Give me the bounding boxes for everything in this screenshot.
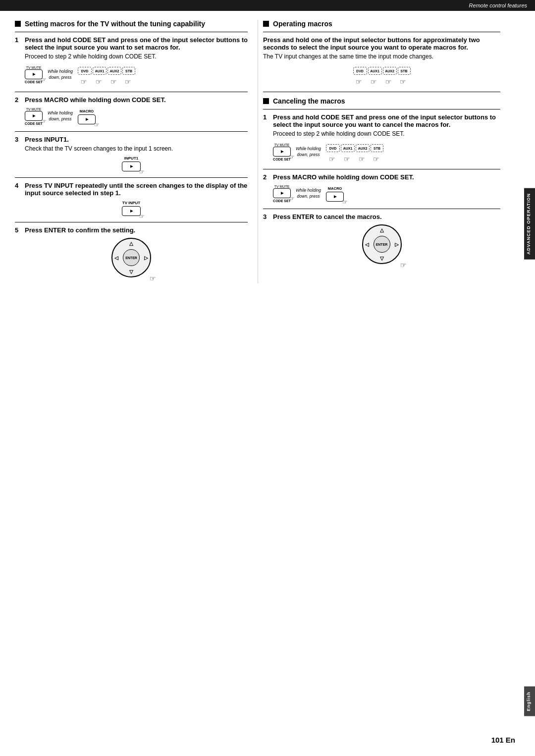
operating-macros-content: Press and hold one of the input selector…: [263, 36, 500, 60]
cancel-dpad: △ ▽ ◁ ▷ ENTER ☞: [263, 224, 500, 264]
diagram-2: TV MUTE ▶ ☞ CODE SET While holdingdown, …: [25, 108, 248, 125]
bullet-icon-3: [263, 98, 269, 104]
canceling-macros-title: Canceling the macros: [263, 97, 500, 105]
operating-macros-title: Operating macros: [263, 20, 500, 28]
english-tab: English: [524, 687, 535, 716]
right-divider-2: [263, 92, 500, 92]
left-step-5: 5 Press ENTER to confirm the setting. △ …: [15, 226, 248, 277]
dpad-enter-cancel: △ ▽ ◁ ▷ ENTER: [362, 224, 402, 264]
code-set-btn-cancel-2: ▶ ☞: [273, 188, 291, 198]
left-step-4: 4 Press TV INPUT repeatedly until the sc…: [15, 182, 248, 216]
right-divider-1: [263, 32, 500, 32]
top-bar: Remote control features: [0, 0, 535, 11]
cancel-step-2: 2 Press MACRO while holding down CODE SE…: [263, 173, 500, 203]
input-buttons-group-1: DVD ☞ AUX1 ☞ AUX2 ☞ STB ☞: [78, 64, 135, 86]
right-divider-3: [263, 109, 500, 109]
code-set-btn-2: ▶ ☞: [25, 111, 43, 121]
diagram-5-dpad: △ ▽ ◁ ▷ ENTER ☞: [15, 238, 248, 277]
dpad-enter: △ ▽ ◁ ▷ ENTER: [111, 238, 151, 277]
cancel-diagram-1: TV MUTE ▶ ☞ CODE SET While holdingdown, …: [273, 141, 500, 163]
bullet-icon-2: [263, 21, 269, 27]
left-step-1: 1 Press and hold CODE SET and press one …: [15, 36, 248, 86]
cancel-step-1: 1 Press and hold CODE SET and press one …: [263, 113, 500, 163]
divider-3: [15, 131, 248, 132]
bullet-icon: [15, 21, 21, 27]
page-content: Setting macros for the TV without the tu…: [0, 11, 535, 313]
right-column: Operating macros Press and hold one of t…: [258, 20, 500, 283]
cancel-step-3: 3 Press ENTER to cancel the macros. △ ▽ …: [263, 213, 500, 264]
left-column: Setting macros for the TV without the tu…: [15, 20, 258, 283]
diagram-4: TV INPUT ▶ ☞: [15, 201, 248, 216]
code-set-btn-1: ▶ ☞: [25, 69, 43, 79]
diagram-1: TV MUTE ▶ ☞ CODE SET While holdingdown, …: [25, 64, 248, 86]
left-step-3: 3 Press INPUT1. Check that the TV screen…: [15, 136, 248, 171]
cancel-diagram-2: TV MUTE ▶ ☞ CODE SET While holdingdown, …: [273, 185, 500, 203]
advanced-operation-tab: ADVANCED OPERATION: [524, 188, 535, 260]
divider-5: [15, 222, 248, 222]
page-number: 101 En: [491, 736, 515, 744]
left-section-title: Setting macros for the TV without the tu…: [15, 20, 248, 28]
section-divider: [15, 32, 248, 32]
right-divider-5: [263, 209, 500, 209]
divider-2: [15, 92, 248, 92]
code-set-btn-cancel-1: ▶ ☞: [273, 147, 291, 157]
operating-macros-diagram: DVD ☞ AUX1 ☞ AUX2 ☞ STB ☞: [263, 64, 500, 86]
header-title: Remote control features: [469, 2, 527, 8]
diagram-3: INPUT1 ▶ ☞: [15, 156, 248, 171]
divider-4: [15, 177, 248, 178]
right-divider-4: [263, 169, 500, 169]
macro-label-area: MACRO ▶ ☞: [78, 109, 96, 124]
left-step-2: 2 Press MACRO while holding down CODE SE…: [15, 96, 248, 125]
